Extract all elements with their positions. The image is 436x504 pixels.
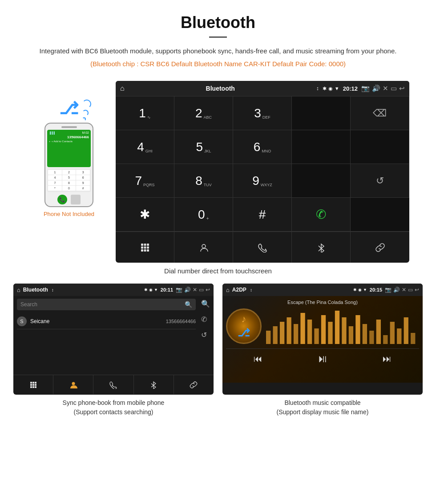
plus-icon: + bbox=[49, 140, 51, 143]
home-icon[interactable]: ⌂ bbox=[120, 84, 125, 92]
usb-icon: ↕ bbox=[316, 85, 319, 92]
key-5[interactable]: 5JKL bbox=[174, 130, 233, 164]
key-refresh[interactable]: ↺ bbox=[351, 164, 409, 198]
svg-rect-2 bbox=[147, 244, 149, 246]
search-placeholder: Search bbox=[20, 301, 37, 308]
phonebook-search[interactable]: Search 🔍 bbox=[17, 299, 196, 310]
signal-icon: ▼ bbox=[335, 86, 339, 91]
bluetooth-status-icon: ✱ bbox=[323, 86, 327, 92]
dial-caption: Dial number direct from touchscreen bbox=[0, 267, 436, 275]
key-star[interactable]: ✱ bbox=[116, 198, 174, 232]
phone-number: 13560664466 bbox=[49, 135, 89, 139]
screen-title: Bluetooth bbox=[128, 85, 313, 92]
equalizer-svg bbox=[266, 308, 419, 344]
svg-rect-44 bbox=[404, 317, 408, 344]
key-8[interactable]: 8TUV bbox=[174, 164, 233, 198]
page-description: Integrated with BC6 Bluetooth module, su… bbox=[27, 46, 409, 56]
phone-key-7: 7 bbox=[48, 180, 62, 185]
next-track-btn[interactable]: ⏭ bbox=[383, 354, 392, 364]
phonebook-screen: ⌂ Bluetooth ↕ ✱ ◉ ▼ 20:11 📷 🔊 ✕ ▭ ↩ bbox=[13, 284, 214, 395]
music-status-icons: ✱ ◉ ▼ bbox=[255, 288, 367, 292]
music-album-area: ♪ ⎇ bbox=[226, 308, 419, 344]
svg-rect-17 bbox=[35, 384, 36, 386]
play-pause-btn[interactable]: ⏯ bbox=[317, 352, 328, 365]
pb-link-bottom-btn[interactable] bbox=[174, 375, 214, 394]
pb-location-icon: ◉ bbox=[149, 288, 153, 292]
phone-key-3: 3 bbox=[76, 170, 90, 175]
phone-home-button bbox=[71, 195, 81, 204]
dial-section: ⎇ ▐▐▐ M:02 13560664466 + + Add to Contac… bbox=[0, 81, 436, 263]
phone-key-star: * bbox=[48, 186, 62, 191]
pb-phone-icon[interactable]: ✆ bbox=[201, 315, 210, 324]
phone-key-1: 1 bbox=[48, 170, 62, 175]
svg-rect-29 bbox=[300, 313, 305, 344]
pb-contacts-btn[interactable] bbox=[53, 375, 93, 394]
svg-rect-41 bbox=[383, 335, 388, 344]
prev-track-btn[interactable]: ⏮ bbox=[254, 354, 262, 364]
music-controls: ⏮ ⏯ ⏭ bbox=[226, 348, 419, 365]
status-right-icons: 📷 🔊 ✕ ▭ ↩ bbox=[361, 84, 405, 92]
music-home-icon[interactable]: ⌂ bbox=[226, 287, 230, 293]
svg-rect-6 bbox=[141, 249, 143, 252]
key-6[interactable]: 6MNO bbox=[233, 130, 292, 164]
bottom-bluetooth-btn[interactable] bbox=[292, 232, 351, 263]
key-7[interactable]: 7PQRS bbox=[116, 164, 174, 198]
bottom-dialpad-btn[interactable] bbox=[116, 232, 174, 263]
svg-rect-37 bbox=[355, 315, 360, 344]
music-caption: Bluetooth music compatible (Support disp… bbox=[277, 398, 369, 417]
key-0[interactable]: 0+ bbox=[174, 198, 233, 232]
key-2[interactable]: 2ABC bbox=[174, 96, 233, 130]
bottom-contacts-btn[interactable] bbox=[174, 232, 233, 263]
pb-bluetooth-bottom-btn[interactable] bbox=[134, 375, 174, 394]
pb-screen-icon: ▭ bbox=[199, 287, 204, 293]
pb-right-icons: 📷 🔊 ✕ ▭ ↩ bbox=[176, 287, 210, 293]
svg-line-23 bbox=[151, 385, 153, 387]
key-display-empty bbox=[292, 96, 351, 130]
pb-title: Bluetooth bbox=[23, 287, 48, 293]
svg-rect-40 bbox=[376, 320, 381, 344]
close-icon: ✕ bbox=[383, 84, 388, 92]
pb-search-icon[interactable]: 🔍 bbox=[201, 300, 210, 308]
pb-refresh-icon[interactable]: ↺ bbox=[201, 331, 210, 339]
key-backspace[interactable]: ⌫ bbox=[351, 96, 409, 130]
pb-phone-bottom-btn[interactable] bbox=[93, 375, 133, 394]
dial-bottombar bbox=[116, 232, 409, 263]
pb-dialpad-btn[interactable] bbox=[13, 375, 53, 394]
phonebook-screen-wrap: ⌂ Bluetooth ↕ ✱ ◉ ▼ 20:11 📷 🔊 ✕ ▭ ↩ bbox=[13, 284, 214, 417]
key-4[interactable]: 4GHI bbox=[116, 130, 174, 164]
bottom-screens: ⌂ Bluetooth ↕ ✱ ◉ ▼ 20:11 📷 🔊 ✕ ▭ ↩ bbox=[0, 284, 436, 417]
phone-key-4: 4 bbox=[48, 175, 62, 180]
bluetooth-specs: (Bluetooth chip : CSR BC6 Default Blueto… bbox=[27, 60, 409, 68]
key-hash[interactable]: # bbox=[233, 198, 292, 232]
svg-rect-8 bbox=[147, 249, 149, 252]
music-signal-icon: ▼ bbox=[363, 288, 367, 292]
camera-icon: 📷 bbox=[361, 84, 370, 92]
key-call[interactable]: ✆ bbox=[292, 198, 351, 232]
svg-rect-13 bbox=[32, 382, 34, 384]
key-3[interactable]: 3DEF bbox=[233, 96, 292, 130]
phonebook-caption: Sync phone-book from mobile phone (Suppo… bbox=[63, 398, 165, 417]
pb-time: 20:11 bbox=[161, 287, 173, 292]
svg-rect-31 bbox=[314, 328, 319, 344]
bluetooth-symbol-icon: ⎇ bbox=[59, 99, 79, 118]
music-time: 20:15 bbox=[370, 287, 382, 292]
svg-rect-1 bbox=[144, 244, 146, 246]
album-art-content: ♪ ⎇ bbox=[238, 313, 250, 339]
pb-close-icon: ✕ bbox=[193, 287, 197, 293]
phone-screen-top: ▐▐▐ M:02 bbox=[49, 131, 89, 134]
song-title: Escape (The Pina Colada Song) bbox=[287, 300, 358, 305]
phone-not-included-label: Phone Not Included bbox=[44, 211, 94, 217]
contact-row[interactable]: S Seicane 13566664466 bbox=[17, 314, 196, 329]
pb-side-icons: 🔍 ✆ ↺ bbox=[201, 300, 210, 339]
bottom-link-btn[interactable] bbox=[351, 232, 409, 263]
bottom-phone-btn[interactable] bbox=[233, 232, 292, 263]
svg-rect-39 bbox=[369, 331, 374, 344]
phone-key-9: 9 bbox=[76, 180, 90, 185]
music-camera-icon: 📷 bbox=[385, 287, 392, 293]
pb-home-icon[interactable]: ⌂ bbox=[17, 287, 20, 293]
phone-key-6: 6 bbox=[76, 175, 90, 180]
key-1[interactable]: 1∿ bbox=[116, 96, 174, 130]
svg-rect-5 bbox=[147, 246, 149, 248]
svg-rect-30 bbox=[307, 320, 312, 344]
key-9[interactable]: 9WXYZ bbox=[233, 164, 292, 198]
